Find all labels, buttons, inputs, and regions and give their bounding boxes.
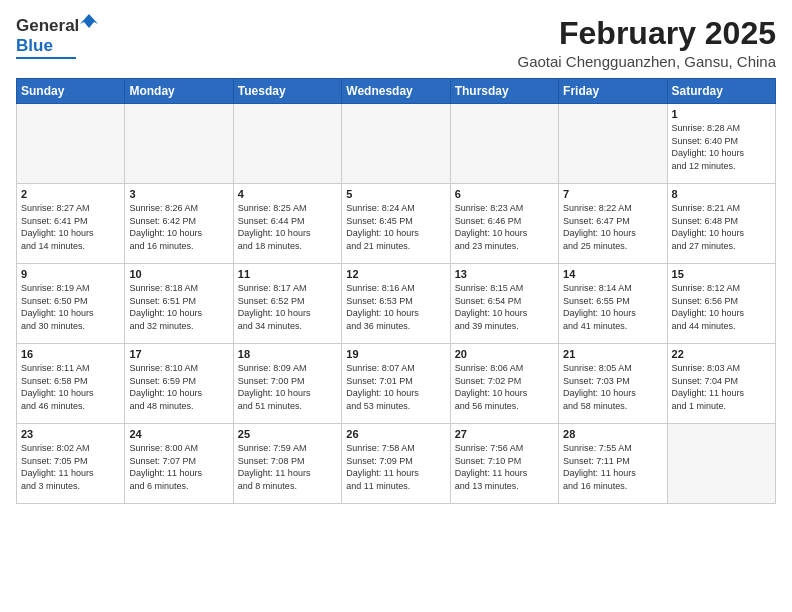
day-number: 11 bbox=[238, 268, 337, 280]
day-info: Sunrise: 8:23 AM Sunset: 6:46 PM Dayligh… bbox=[455, 202, 554, 252]
logo-underline bbox=[16, 57, 76, 59]
calendar-cell bbox=[17, 104, 125, 184]
title-block: February 2025 Gaotai Chengguanzhen, Gans… bbox=[517, 16, 776, 70]
day-number: 1 bbox=[672, 108, 771, 120]
day-info: Sunrise: 8:15 AM Sunset: 6:54 PM Dayligh… bbox=[455, 282, 554, 332]
calendar-cell: 21Sunrise: 8:05 AM Sunset: 7:03 PM Dayli… bbox=[559, 344, 667, 424]
weekday-header-friday: Friday bbox=[559, 79, 667, 104]
day-info: Sunrise: 8:05 AM Sunset: 7:03 PM Dayligh… bbox=[563, 362, 662, 412]
calendar-cell: 5Sunrise: 8:24 AM Sunset: 6:45 PM Daylig… bbox=[342, 184, 450, 264]
calendar-cell: 13Sunrise: 8:15 AM Sunset: 6:54 PM Dayli… bbox=[450, 264, 558, 344]
day-number: 4 bbox=[238, 188, 337, 200]
day-number: 22 bbox=[672, 348, 771, 360]
location-subtitle: Gaotai Chengguanzhen, Gansu, China bbox=[517, 53, 776, 70]
day-number: 13 bbox=[455, 268, 554, 280]
day-number: 25 bbox=[238, 428, 337, 440]
day-number: 14 bbox=[563, 268, 662, 280]
calendar-cell: 10Sunrise: 8:18 AM Sunset: 6:51 PM Dayli… bbox=[125, 264, 233, 344]
week-row-3: 9Sunrise: 8:19 AM Sunset: 6:50 PM Daylig… bbox=[17, 264, 776, 344]
page-header: General Blue February 2025 Gaotai Chengg… bbox=[16, 16, 776, 70]
day-number: 10 bbox=[129, 268, 228, 280]
month-title: February 2025 bbox=[517, 16, 776, 51]
day-number: 27 bbox=[455, 428, 554, 440]
calendar-cell: 28Sunrise: 7:55 AM Sunset: 7:11 PM Dayli… bbox=[559, 424, 667, 504]
calendar-cell bbox=[667, 424, 775, 504]
calendar-cell: 11Sunrise: 8:17 AM Sunset: 6:52 PM Dayli… bbox=[233, 264, 341, 344]
day-info: Sunrise: 8:09 AM Sunset: 7:00 PM Dayligh… bbox=[238, 362, 337, 412]
day-number: 24 bbox=[129, 428, 228, 440]
day-number: 21 bbox=[563, 348, 662, 360]
day-info: Sunrise: 7:58 AM Sunset: 7:09 PM Dayligh… bbox=[346, 442, 445, 492]
calendar-cell: 17Sunrise: 8:10 AM Sunset: 6:59 PM Dayli… bbox=[125, 344, 233, 424]
week-row-2: 2Sunrise: 8:27 AM Sunset: 6:41 PM Daylig… bbox=[17, 184, 776, 264]
calendar-cell: 16Sunrise: 8:11 AM Sunset: 6:58 PM Dayli… bbox=[17, 344, 125, 424]
day-number: 9 bbox=[21, 268, 120, 280]
day-number: 18 bbox=[238, 348, 337, 360]
weekday-header-row: SundayMondayTuesdayWednesdayThursdayFrid… bbox=[17, 79, 776, 104]
day-info: Sunrise: 8:27 AM Sunset: 6:41 PM Dayligh… bbox=[21, 202, 120, 252]
day-info: Sunrise: 8:28 AM Sunset: 6:40 PM Dayligh… bbox=[672, 122, 771, 172]
logo-blue-text: Blue bbox=[16, 36, 53, 55]
calendar-cell: 8Sunrise: 8:21 AM Sunset: 6:48 PM Daylig… bbox=[667, 184, 775, 264]
weekday-header-monday: Monday bbox=[125, 79, 233, 104]
weekday-header-sunday: Sunday bbox=[17, 79, 125, 104]
day-info: Sunrise: 8:24 AM Sunset: 6:45 PM Dayligh… bbox=[346, 202, 445, 252]
calendar-cell: 6Sunrise: 8:23 AM Sunset: 6:46 PM Daylig… bbox=[450, 184, 558, 264]
day-info: Sunrise: 8:26 AM Sunset: 6:42 PM Dayligh… bbox=[129, 202, 228, 252]
calendar-cell: 24Sunrise: 8:00 AM Sunset: 7:07 PM Dayli… bbox=[125, 424, 233, 504]
calendar-cell: 14Sunrise: 8:14 AM Sunset: 6:55 PM Dayli… bbox=[559, 264, 667, 344]
calendar-cell: 25Sunrise: 7:59 AM Sunset: 7:08 PM Dayli… bbox=[233, 424, 341, 504]
day-info: Sunrise: 8:10 AM Sunset: 6:59 PM Dayligh… bbox=[129, 362, 228, 412]
day-number: 3 bbox=[129, 188, 228, 200]
weekday-header-thursday: Thursday bbox=[450, 79, 558, 104]
day-info: Sunrise: 8:17 AM Sunset: 6:52 PM Dayligh… bbox=[238, 282, 337, 332]
day-number: 8 bbox=[672, 188, 771, 200]
day-info: Sunrise: 8:03 AM Sunset: 7:04 PM Dayligh… bbox=[672, 362, 771, 412]
calendar-cell bbox=[125, 104, 233, 184]
day-info: Sunrise: 8:12 AM Sunset: 6:56 PM Dayligh… bbox=[672, 282, 771, 332]
day-info: Sunrise: 8:14 AM Sunset: 6:55 PM Dayligh… bbox=[563, 282, 662, 332]
day-number: 28 bbox=[563, 428, 662, 440]
calendar-cell bbox=[233, 104, 341, 184]
calendar-cell: 2Sunrise: 8:27 AM Sunset: 6:41 PM Daylig… bbox=[17, 184, 125, 264]
calendar-cell: 19Sunrise: 8:07 AM Sunset: 7:01 PM Dayli… bbox=[342, 344, 450, 424]
calendar-cell: 4Sunrise: 8:25 AM Sunset: 6:44 PM Daylig… bbox=[233, 184, 341, 264]
week-row-1: 1Sunrise: 8:28 AM Sunset: 6:40 PM Daylig… bbox=[17, 104, 776, 184]
day-number: 20 bbox=[455, 348, 554, 360]
day-info: Sunrise: 8:16 AM Sunset: 6:53 PM Dayligh… bbox=[346, 282, 445, 332]
calendar-cell bbox=[342, 104, 450, 184]
day-info: Sunrise: 7:59 AM Sunset: 7:08 PM Dayligh… bbox=[238, 442, 337, 492]
logo-bird-icon bbox=[80, 14, 98, 32]
calendar-cell: 26Sunrise: 7:58 AM Sunset: 7:09 PM Dayli… bbox=[342, 424, 450, 504]
calendar-cell: 3Sunrise: 8:26 AM Sunset: 6:42 PM Daylig… bbox=[125, 184, 233, 264]
day-info: Sunrise: 7:56 AM Sunset: 7:10 PM Dayligh… bbox=[455, 442, 554, 492]
day-info: Sunrise: 8:06 AM Sunset: 7:02 PM Dayligh… bbox=[455, 362, 554, 412]
day-info: Sunrise: 8:18 AM Sunset: 6:51 PM Dayligh… bbox=[129, 282, 228, 332]
calendar-cell: 18Sunrise: 8:09 AM Sunset: 7:00 PM Dayli… bbox=[233, 344, 341, 424]
day-number: 17 bbox=[129, 348, 228, 360]
day-number: 2 bbox=[21, 188, 120, 200]
day-number: 16 bbox=[21, 348, 120, 360]
day-number: 26 bbox=[346, 428, 445, 440]
weekday-header-saturday: Saturday bbox=[667, 79, 775, 104]
day-info: Sunrise: 8:11 AM Sunset: 6:58 PM Dayligh… bbox=[21, 362, 120, 412]
calendar-cell: 12Sunrise: 8:16 AM Sunset: 6:53 PM Dayli… bbox=[342, 264, 450, 344]
weekday-header-tuesday: Tuesday bbox=[233, 79, 341, 104]
week-row-5: 23Sunrise: 8:02 AM Sunset: 7:05 PM Dayli… bbox=[17, 424, 776, 504]
day-info: Sunrise: 8:25 AM Sunset: 6:44 PM Dayligh… bbox=[238, 202, 337, 252]
day-number: 5 bbox=[346, 188, 445, 200]
day-info: Sunrise: 8:22 AM Sunset: 6:47 PM Dayligh… bbox=[563, 202, 662, 252]
calendar-cell: 15Sunrise: 8:12 AM Sunset: 6:56 PM Dayli… bbox=[667, 264, 775, 344]
calendar-cell: 23Sunrise: 8:02 AM Sunset: 7:05 PM Dayli… bbox=[17, 424, 125, 504]
day-info: Sunrise: 8:02 AM Sunset: 7:05 PM Dayligh… bbox=[21, 442, 120, 492]
day-info: Sunrise: 8:21 AM Sunset: 6:48 PM Dayligh… bbox=[672, 202, 771, 252]
day-info: Sunrise: 7:55 AM Sunset: 7:11 PM Dayligh… bbox=[563, 442, 662, 492]
week-row-4: 16Sunrise: 8:11 AM Sunset: 6:58 PM Dayli… bbox=[17, 344, 776, 424]
day-info: Sunrise: 8:19 AM Sunset: 6:50 PM Dayligh… bbox=[21, 282, 120, 332]
calendar-cell: 20Sunrise: 8:06 AM Sunset: 7:02 PM Dayli… bbox=[450, 344, 558, 424]
day-number: 19 bbox=[346, 348, 445, 360]
svg-marker-0 bbox=[80, 14, 98, 28]
calendar-cell: 22Sunrise: 8:03 AM Sunset: 7:04 PM Dayli… bbox=[667, 344, 775, 424]
day-number: 6 bbox=[455, 188, 554, 200]
weekday-header-wednesday: Wednesday bbox=[342, 79, 450, 104]
